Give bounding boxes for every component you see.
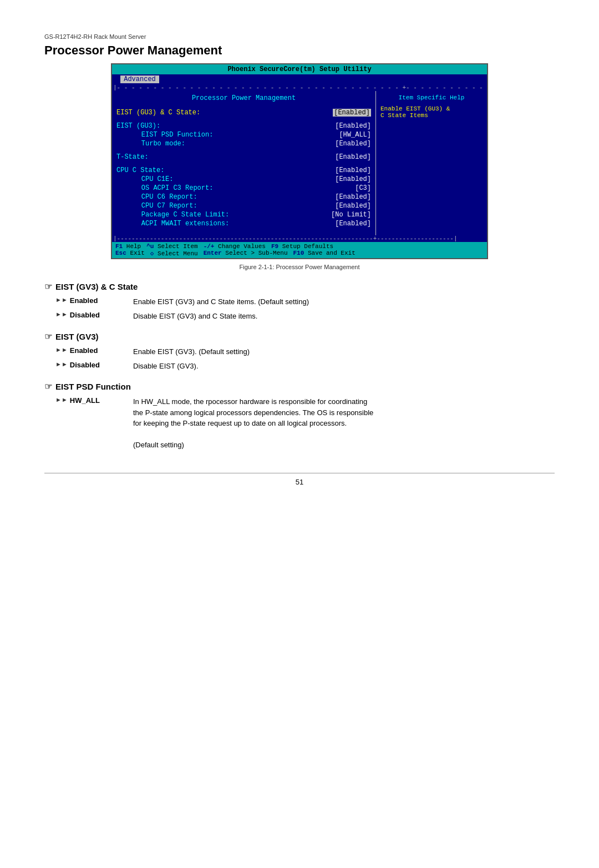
arrow-icon-3: ►► xyxy=(55,346,68,353)
bios-row-pkg-cstate[interactable]: Package C State Limit: [No Limit] xyxy=(116,211,371,219)
desc-row-disabled-eist-cstate: ►► Disabled Disable EIST (GV3) and C Sta… xyxy=(44,311,555,322)
section-title-eist-gv3: EIST (GV3) xyxy=(55,332,99,341)
bios-key-tstate: T-State: xyxy=(116,153,149,161)
bios-footer-diamond: ◇ Select Menu xyxy=(150,250,198,257)
section-title-eist-cstate: EIST (GV3) & C State xyxy=(55,282,138,291)
hand-icon-eist-psd: ☞ xyxy=(44,381,52,392)
figure-caption: Figure 2-1-1: Processor Power Management xyxy=(44,264,555,270)
bios-value-acpi-mwait: [Enabled] xyxy=(335,220,371,228)
bios-value-acpi-c3: [C3] xyxy=(355,184,371,192)
bios-row-cpu-c1e[interactable]: CPU C1E: [Enabled] xyxy=(116,175,371,183)
desc-label-disabled-eist-cstate: ►► Disabled xyxy=(55,311,133,322)
bios-row-turbo[interactable]: Turbo mode: [Enabled] xyxy=(116,140,371,148)
section-title-eist-psd: EIST PSD Function xyxy=(55,382,131,391)
bios-key-cpu-c1e: CPU C1E: xyxy=(116,175,173,183)
bios-value-pkg-cstate: [No Limit] xyxy=(331,211,371,219)
bios-footer: F1 Help ^u Select Item -/+ Change Values… xyxy=(112,242,487,258)
bios-value-tstate: [Enabled] xyxy=(335,153,371,161)
bios-key-eist-gu3: EIST (GU3): xyxy=(116,122,160,130)
desc-label-hw-all: ►► HW_ALL xyxy=(55,396,133,451)
bios-row-tstate[interactable]: T-State: [Enabled] xyxy=(116,153,371,161)
bios-value-cpu-c7: [Enabled] xyxy=(335,202,371,210)
desc-row-enabled-eist-gv3: ►► Enabled Enable EIST (GV3). (Default s… xyxy=(44,346,555,357)
desc-text-disabled-eist-gv3: Disable EIST (GV3). xyxy=(133,361,555,372)
bios-divider-top: |- - - - - - - - - - - - - - - - - - - -… xyxy=(112,84,487,91)
bios-key-cpu-cstate: CPU C State: xyxy=(116,166,164,174)
bios-value-eist-psd: [HW_ALL] xyxy=(339,131,371,139)
bios-nav-bar: Advanced xyxy=(112,74,487,84)
bios-value-cpu-cstate: [Enabled] xyxy=(335,166,371,174)
section-heading-eist-cstate: ☞ EIST (GV3) & C State xyxy=(44,281,555,292)
bios-left-panel: Processor Power Management EIST (GU3) & … xyxy=(112,91,376,235)
page-title: Processor Power Management xyxy=(44,43,555,58)
bios-footer-row2: Esc Exit ◇ Select Menu Enter Select > Su… xyxy=(115,250,484,257)
bios-help-panel: Item Specific Help Enable EIST (GU3) & C… xyxy=(376,91,487,235)
desc-text-enabled-eist-gv3: Enable EIST (GV3). (Default setting) xyxy=(133,346,555,357)
desc-text-enabled-eist-cstate: Enable EIST (GV3) and C State items. (De… xyxy=(133,296,555,307)
hand-icon-eist-gv3: ☞ xyxy=(44,331,52,342)
page-number: 51 xyxy=(44,473,555,486)
bios-row-cpu-cstate[interactable]: CPU C State: [Enabled] xyxy=(116,166,371,174)
page-number-text: 51 xyxy=(296,478,303,486)
bios-help-text-line1: Enable EIST (GU3) & xyxy=(380,105,483,112)
bios-key-pkg-cstate: Package C State Limit: xyxy=(116,211,229,219)
arrow-icon-4: ►► xyxy=(55,361,68,367)
bios-section-title: Processor Power Management xyxy=(116,94,371,102)
bios-key-acpi-mwait: ACPI MWAIT extensions: xyxy=(116,220,229,228)
bios-main-area: Processor Power Management EIST (GU3) & … xyxy=(112,91,487,235)
hand-icon-eist-cstate: ☞ xyxy=(44,281,52,292)
desc-label-enabled-eist-gv3: ►► Enabled xyxy=(55,346,133,357)
bios-footer-row1: F1 Help ^u Select Item -/+ Change Values… xyxy=(115,243,484,250)
bios-footer-f1: F1 Help xyxy=(115,243,141,250)
desc-row-enabled-eist-cstate: ►► Enabled Enable EIST (GV3) and C State… xyxy=(44,296,555,307)
bios-key-cpu-c7: CPU C7 Report: xyxy=(116,202,197,210)
bios-footer-esc: Esc Exit xyxy=(115,250,145,257)
section-heading-eist-gv3: ☞ EIST (GV3) xyxy=(44,331,555,342)
bios-key-eist-cstate: EIST (GU3) & C State: xyxy=(116,109,200,117)
bios-value-eist-gu3: [Enabled] xyxy=(335,122,371,130)
bios-footer-uv: ^u Select Item xyxy=(146,243,197,250)
desc-text-disabled-eist-cstate: Disable EIST (GV3) and C State items. xyxy=(133,311,555,322)
bios-value-cpu-c1e: [Enabled] xyxy=(335,175,371,183)
bios-help-text-line2: C State Items xyxy=(380,112,483,119)
bios-value-cpu-c6: [Enabled] xyxy=(335,193,371,201)
bios-nav-tab[interactable]: Advanced xyxy=(120,75,159,83)
bios-footer-f9: F9 Setup Defaults xyxy=(271,243,333,250)
device-label: GS-R12T4H2-RH Rack Mount Server xyxy=(44,33,555,40)
bios-row-eist-cstate[interactable]: EIST (GU3) & C State: [Enabled] xyxy=(116,109,371,117)
desc-label-enabled-eist-cstate: ►► Enabled xyxy=(55,296,133,307)
bios-footer-f10: F10 Save and Exit xyxy=(293,250,356,257)
desc-row-disabled-eist-gv3: ►► Disabled Disable EIST (GV3). xyxy=(44,361,555,372)
bios-footer-change: -/+ Change Values xyxy=(204,243,266,250)
desc-row-hw-all: ►► HW_ALL In HW_ALL mode, the rpocessor … xyxy=(44,396,555,451)
section-heading-eist-psd: ☞ EIST PSD Function xyxy=(44,381,555,392)
arrow-icon-5: ►► xyxy=(55,396,68,403)
bios-row-acpi-c3[interactable]: OS ACPI C3 Report: [C3] xyxy=(116,184,371,192)
bios-row-eist-gu3[interactable]: EIST (GU3): [Enabled] xyxy=(116,122,371,130)
bios-row-eist-psd[interactable]: EIST PSD Function: [HW_ALL] xyxy=(116,131,371,139)
bios-screen: Phoenix SecureCore(tm) Setup Utility Adv… xyxy=(111,63,488,259)
desc-label-disabled-eist-gv3: ►► Disabled xyxy=(55,361,133,372)
bios-help-title: Item Specific Help xyxy=(380,94,483,101)
bios-title-bar: Phoenix SecureCore(tm) Setup Utility xyxy=(112,64,487,74)
bios-key-acpi-c3: OS ACPI C3 Report: xyxy=(116,184,213,192)
bios-footer-enter: Enter Select > Sub-Menu xyxy=(204,250,288,257)
bios-row-acpi-mwait[interactable]: ACPI MWAIT extensions: [Enabled] xyxy=(116,220,371,228)
bios-key-turbo: Turbo mode: xyxy=(116,140,185,148)
bios-key-cpu-c6: CPU C6 Report: xyxy=(116,193,197,201)
bios-value-eist-cstate: [Enabled] xyxy=(333,109,371,117)
bios-key-eist-psd: EIST PSD Function: xyxy=(116,131,213,139)
arrow-icon: ►► xyxy=(55,296,68,303)
bios-row-cpu-c7[interactable]: CPU C7 Report: [Enabled] xyxy=(116,202,371,210)
arrow-icon-2: ►► xyxy=(55,311,68,317)
desc-text-hw-all: In HW_ALL mode, the rpocessor hardware i… xyxy=(133,396,555,451)
bios-divider-mid: |---------------------------------------… xyxy=(112,235,487,242)
bios-row-cpu-c6[interactable]: CPU C6 Report: [Enabled] xyxy=(116,193,371,201)
bios-value-turbo: [Enabled] xyxy=(335,140,371,148)
